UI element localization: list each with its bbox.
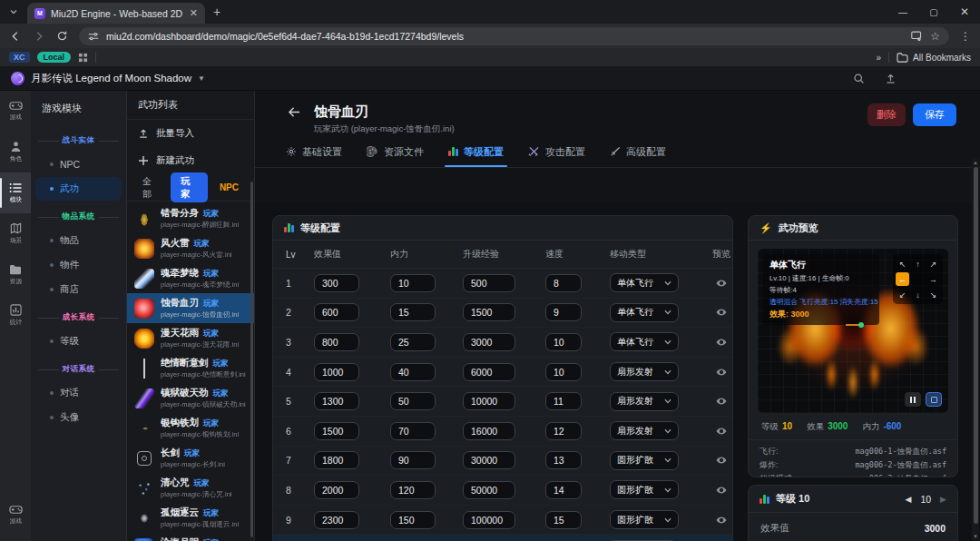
skill-item[interactable]: 绝情断意剑玩家player-magic-绝情断意剑.ini [127, 353, 254, 383]
speed-input[interactable] [545, 511, 582, 529]
forward-icon[interactable] [33, 30, 45, 43]
speed-input[interactable] [545, 481, 582, 499]
minimize-button[interactable]: — [887, 0, 918, 24]
rail-item-0[interactable]: 游戏 [0, 91, 31, 132]
rail-item-2[interactable]: 模块 [0, 172, 31, 213]
skill-item[interactable]: 蚀骨血刃玩家player-magic-蚀骨血仞.ini [127, 293, 254, 323]
move-type-select[interactable]: 单体飞行 [610, 332, 679, 351]
mp-input[interactable] [390, 303, 436, 321]
scroll-up-icon[interactable]: ▲ [972, 158, 979, 166]
mp-input[interactable] [390, 481, 436, 499]
preview-eye-button[interactable] [716, 397, 727, 406]
maximize-button[interactable]: ▢ [918, 0, 949, 24]
upload-icon[interactable] [885, 73, 897, 84]
new-skill-button[interactable]: 新建武功 [127, 147, 254, 174]
rail-item-1[interactable]: 角色 [0, 132, 31, 172]
preview-eye-button[interactable] [716, 456, 727, 465]
next-level-icon[interactable]: ▶ [940, 495, 946, 504]
direction-arrow-icon[interactable] [911, 272, 925, 286]
direction-arrow-icon[interactable]: ↘ [926, 288, 940, 301]
tab-资源文件[interactable]: 资源文件 [367, 145, 424, 167]
back-arrow-icon[interactable] [288, 106, 301, 118]
speed-input[interactable] [545, 451, 582, 469]
direction-arrow-icon[interactable]: ↖ [896, 257, 909, 270]
address-bar[interactable]: miu2d.com/dashboard/demo/magic/0e5ef6d4-… [79, 27, 949, 45]
new-tab-button[interactable]: + [205, 0, 229, 24]
batch-import-button[interactable]: 批量导入 [127, 120, 254, 147]
tab-高级配置[interactable]: 高级配置 [610, 145, 666, 167]
direction-arrow-icon[interactable]: ↙ [896, 288, 909, 301]
page-scrollbar[interactable]: ▲ ▼ [972, 158, 979, 540]
speed-input[interactable] [545, 333, 582, 351]
bookmark-xc[interactable]: XC [9, 52, 30, 63]
tab-等级配置[interactable]: 等级配置 [448, 145, 504, 167]
effect-input[interactable] [314, 451, 359, 469]
tab-攻击配置[interactable]: 攻击配置 [528, 145, 585, 167]
skill-item[interactable]: 孤烟逐云玩家player-magic-孤烟逐云.ini [127, 503, 254, 533]
skill-item[interactable]: 银钩铁划玩家player-magic-银钩铁划.ini [127, 413, 254, 443]
sidebar-item-武功[interactable]: 武功 [35, 177, 122, 201]
pause-button[interactable] [905, 392, 921, 407]
exp-input[interactable] [463, 422, 515, 440]
rail-item-3[interactable]: 场景 [0, 213, 31, 254]
chevron-down-icon[interactable]: ▼ [198, 74, 205, 83]
preview-eye-button[interactable] [716, 338, 727, 347]
sidebar-item-物件[interactable]: 物件 [35, 253, 122, 277]
direction-arrow-icon[interactable]: ↗ [926, 257, 940, 270]
speed-input[interactable] [545, 422, 582, 440]
effect-input[interactable] [314, 303, 359, 321]
delete-button[interactable]: 删除 [867, 103, 906, 126]
skill-item[interactable]: 清心咒玩家player-magic-清心咒.ini [127, 473, 254, 503]
preview-eye-button[interactable] [716, 516, 727, 525]
rail-item-4[interactable]: 资源 [0, 254, 31, 295]
sidebar-item-等级[interactable]: 等级 [35, 330, 122, 353]
speed-input[interactable] [545, 363, 582, 381]
sidebar-item-商店[interactable]: 商店 [35, 278, 122, 301]
effect-input[interactable] [314, 333, 359, 351]
move-type-select[interactable]: 圆形扩散 [610, 480, 679, 499]
mp-input[interactable] [390, 511, 436, 529]
bookmark-local[interactable]: Local [37, 52, 72, 63]
mp-input[interactable] [390, 363, 436, 381]
mp-input[interactable] [390, 451, 436, 469]
exp-input[interactable] [463, 303, 515, 321]
scroll-down-icon[interactable]: ▼ [972, 532, 979, 540]
send-to-device-icon[interactable] [911, 31, 923, 42]
preview-eye-button[interactable] [716, 279, 727, 288]
direction-arrow-icon[interactable]: → [926, 272, 940, 286]
exp-input[interactable] [463, 363, 515, 381]
exp-input[interactable] [463, 274, 515, 292]
project-title[interactable]: 月影传说 Legend of Moon Shadow [31, 72, 191, 85]
mp-input[interactable] [390, 274, 436, 292]
move-type-select[interactable]: 扇形发射 [610, 362, 679, 381]
mp-input[interactable] [390, 392, 436, 410]
effect-input[interactable] [314, 422, 359, 440]
exp-input[interactable] [463, 511, 515, 529]
mp-input[interactable] [390, 422, 436, 440]
preview-eye-button[interactable] [716, 368, 727, 377]
preview-eye-button[interactable] [716, 486, 727, 495]
apps-grid-icon[interactable] [78, 53, 88, 63]
move-type-select[interactable]: 圆形扩散 [610, 451, 679, 470]
move-type-select[interactable]: 单体飞行 [610, 273, 679, 292]
filter-全部[interactable]: 全部 [136, 173, 165, 202]
direction-arrow-icon[interactable]: ← [896, 272, 909, 286]
rail-item-5[interactable]: 统计 [0, 295, 31, 336]
sidebar-item-NPC[interactable]: NPC [35, 152, 122, 176]
skill-item[interactable]: 风火雷玩家player-magic-风火雷.ini [127, 233, 254, 263]
skill-item[interactable]: 魂牵梦绕玩家player-magic-魂牵梦绕.ini [127, 263, 254, 293]
scrollbar-thumb[interactable] [974, 167, 978, 524]
preview-viewport[interactable]: 单体飞行 Lv.10 | 速度:16 | 生命帧:0 等待帧:4 透明混合 飞行… [758, 249, 948, 413]
preview-eye-button[interactable] [716, 427, 727, 436]
url-text[interactable]: miu2d.com/dashboard/demo/magic/0e5ef6d4-… [106, 31, 904, 42]
preview-eye-button[interactable] [716, 308, 727, 317]
skill-item[interactable]: 镇狱破天劲玩家player-magic-镇狱破天劲.ini [127, 383, 254, 413]
save-button[interactable]: 保存 [913, 103, 956, 126]
sidebar-item-物品[interactable]: 物品 [35, 229, 122, 252]
grid-toggle-button[interactable] [926, 392, 942, 407]
move-type-select[interactable]: 单体飞行 [610, 303, 679, 322]
sidebar-item-对话[interactable]: 对话 [35, 381, 122, 405]
speed-input[interactable] [545, 303, 582, 321]
exp-input[interactable] [463, 481, 515, 499]
prev-level-icon[interactable]: ◀ [905, 495, 911, 504]
